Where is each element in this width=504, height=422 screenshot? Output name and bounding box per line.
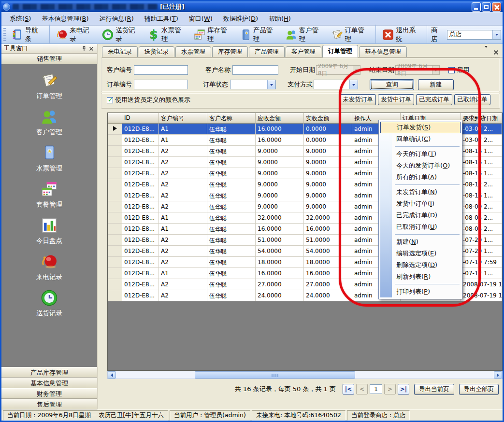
sidebar-section-bar[interactable]: 产品库存管理 [1, 367, 97, 378]
row-selector-cell[interactable] [108, 146, 122, 157]
next-page-button[interactable]: > [384, 384, 396, 394]
prev-page-button[interactable]: < [356, 384, 368, 394]
scroll-left-icon[interactable] [108, 371, 116, 379]
tab[interactable]: 水票管理 [175, 46, 211, 57]
scrollbar-thumb[interactable] [195, 371, 355, 379]
row-selector-cell[interactable] [108, 179, 122, 190]
context-menu-item[interactable]: 发货中订单(I) [380, 198, 461, 210]
menu-item[interactable]: 辅助工具(T) [139, 12, 184, 26]
query-button[interactable]: 查询 [370, 79, 414, 90]
context-menu-item[interactable] [395, 184, 460, 185]
context-menu-item[interactable]: 已完成订单(D) [380, 210, 461, 221]
toolbar-grip[interactable] [3, 28, 6, 42]
sidebar-item[interactable]: 客户管理 [1, 108, 97, 137]
context-menu-item[interactable]: 刷新列表(R) [380, 271, 461, 282]
context-menu-item[interactable]: 编辑选定项(E) [380, 248, 461, 259]
export-current-page-button[interactable]: 导出当前页 [414, 384, 454, 395]
context-menu-item[interactable] [395, 284, 460, 284]
column-header-receivable[interactable]: 应收金额 [256, 113, 304, 124]
sidebar-item[interactable]: 水票管理 [1, 144, 97, 173]
menu-item[interactable]: 数据维护(D) [218, 12, 263, 26]
row-selector-cell[interactable] [108, 212, 122, 224]
customer-name-input[interactable] [232, 65, 278, 75]
menu-item[interactable]: 窗口(W) [184, 12, 218, 26]
sidebar-section-sales[interactable]: 销售管理 [1, 54, 97, 64]
tab-list-chevron-down-icon[interactable] [485, 48, 488, 57]
tab[interactable]: 基本信息管理 [359, 46, 407, 57]
sidebar-section-bar[interactable]: 售后管理 [1, 399, 97, 409]
context-menu-item[interactable]: 删除选定项(D) [380, 259, 461, 271]
column-header-customer-name[interactable]: 客户名称 [207, 113, 256, 124]
row-selector-cell[interactable] [108, 257, 122, 268]
close-button[interactable] [492, 2, 501, 12]
export-all-pages-button[interactable]: 导出全部页 [459, 384, 499, 395]
chevron-down-icon[interactable] [349, 80, 358, 89]
context-menu-item[interactable]: 新建(N) [380, 236, 461, 248]
order-status-filter-button[interactable]: 发货中订单 [378, 94, 414, 105]
context-menu-item[interactable] [395, 146, 460, 147]
tab[interactable]: 订单管理 [322, 45, 358, 57]
row-selector-cell[interactable] [108, 290, 122, 301]
column-header-customer-no[interactable]: 客户编号 [159, 113, 207, 124]
sidebar-item[interactable]: 套餐管理 [1, 180, 97, 209]
row-selector-cell[interactable] [108, 246, 122, 257]
row-selector-cell[interactable] [108, 268, 122, 279]
order-status-filter-button[interactable]: 未发货订单 [340, 94, 376, 105]
customer-no-input[interactable] [134, 65, 188, 75]
pay-method-select[interactable] [314, 80, 358, 89]
chevron-down-icon[interactable] [492, 30, 501, 39]
toolbar-button[interactable]: 订单管理 [328, 25, 376, 45]
context-menu-item[interactable]: 订单发货(S) [380, 122, 461, 133]
context-menu-item[interactable]: 所有的订单(A) [380, 171, 461, 183]
toolbar-button[interactable]: 退出系统 [379, 25, 427, 45]
sidebar-item[interactable]: 订单管理 [1, 71, 97, 100]
maximize-button[interactable] [482, 2, 491, 12]
toolbar-button[interactable]: 客户管理 [282, 25, 328, 45]
enable-checkbox[interactable] [448, 67, 455, 73]
context-menu-item[interactable]: 今天的发货订单(O) [380, 160, 461, 171]
new-button[interactable]: 新建 [418, 79, 454, 90]
menu-item[interactable]: 运行信息(R) [94, 12, 139, 26]
order-status-select[interactable] [230, 80, 276, 89]
tab-close-icon[interactable] [493, 48, 499, 57]
context-menu-item[interactable] [395, 234, 460, 235]
row-selector-cell[interactable] [108, 168, 122, 179]
context-menu-item[interactable]: 打印列表(P) [380, 286, 461, 297]
sidebar-close-icon[interactable] [87, 45, 95, 52]
row-selector-cell[interactable] [108, 190, 122, 201]
context-menu-item[interactable]: 回单确认(C) [380, 133, 461, 145]
sidebar-item[interactable]: 今日盘点 [1, 216, 97, 245]
order-status-filter-button[interactable]: 已取消订单 [454, 94, 490, 105]
menu-item[interactable]: 帮助(H) [263, 12, 296, 26]
toolbar-button[interactable]: $ 水票管理 [144, 25, 190, 45]
shop-select[interactable]: 总店 [447, 30, 501, 40]
row-selector-cell[interactable] [108, 157, 122, 168]
sidebar-section-bar[interactable]: 财务管理 [1, 388, 97, 399]
minimize-button[interactable] [472, 2, 481, 12]
tab[interactable]: 产品管理 [249, 46, 285, 57]
row-selector-cell[interactable] [108, 124, 122, 135]
page-number-input[interactable] [370, 384, 382, 394]
menu-item[interactable]: 系统(S) [4, 12, 36, 26]
toolbar-button[interactable]: 产品管理 [236, 25, 282, 45]
row-selector-cell[interactable] [108, 201, 122, 212]
context-menu-item[interactable]: 今天的订单(T) [380, 148, 461, 160]
tab[interactable]: 库存管理 [212, 46, 248, 57]
menu-item[interactable]: 基本信息管理(B) [36, 12, 94, 26]
column-header-id[interactable]: ID [122, 113, 159, 124]
column-header-required-date[interactable]: 要求到货日期 [461, 113, 502, 124]
row-selector-cell[interactable] [108, 279, 122, 290]
sidebar-item[interactable]: 送货记录 [1, 289, 97, 318]
toolbar-button[interactable]: 库存管理 [190, 25, 236, 45]
first-page-button[interactable]: |< [343, 384, 354, 394]
pin-icon[interactable] [80, 45, 87, 52]
chevron-down-icon[interactable] [267, 80, 275, 89]
column-header-received[interactable]: 实收金额 [304, 113, 352, 124]
order-no-input[interactable] [134, 80, 188, 89]
horizontal-scrollbar[interactable] [107, 371, 503, 379]
row-selector-cell[interactable] [108, 224, 122, 235]
scroll-right-icon[interactable] [494, 371, 502, 379]
sidebar-item[interactable]: 来电记录 [1, 253, 97, 281]
last-page-button[interactable]: >| [398, 384, 409, 394]
toolbar-button[interactable]: 送货记录 [99, 25, 144, 45]
